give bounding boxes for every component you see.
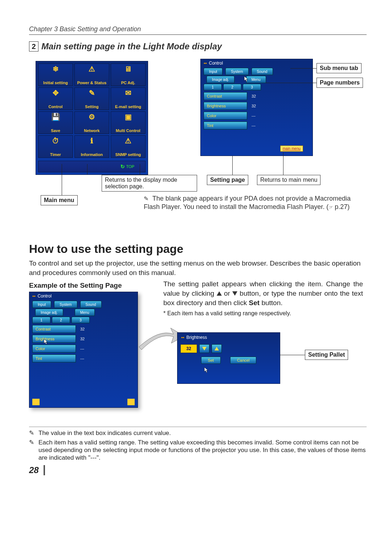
info-icon: ℹ	[90, 137, 93, 144]
set-button[interactable]: Set	[201, 357, 221, 364]
control-title: ▪▪Control	[29, 292, 138, 300]
row-tint[interactable]: Tint---	[32, 354, 135, 363]
cancel-button[interactable]: Cancel	[230, 357, 256, 364]
warning-icon: ⚠	[89, 65, 95, 73]
connector-line	[232, 156, 233, 175]
mini-icon-left[interactable]	[32, 399, 40, 405]
triangle-up-icon	[217, 291, 222, 296]
connector-line	[283, 152, 283, 175]
tab-image-adj[interactable]: Image adj.	[207, 76, 234, 83]
menu-control[interactable]: ✥Control	[38, 87, 73, 110]
menu-email[interactable]: ✉E-mail setting	[111, 87, 146, 110]
save-icon: 💾	[51, 113, 60, 120]
page-3[interactable]: 3	[243, 84, 261, 90]
pallet-title-text: Brightness	[187, 335, 207, 340]
section-number-box: 2	[29, 41, 38, 52]
mail-icon: ✉	[125, 89, 131, 97]
tab-system[interactable]: System	[54, 301, 77, 308]
increment-button[interactable]	[212, 344, 222, 353]
tab-input[interactable]: Input	[32, 301, 51, 308]
page-3[interactable]: 3	[72, 317, 90, 323]
row-color[interactable]: Color---	[32, 344, 135, 353]
annot-returns-main: Returns to main menu	[257, 175, 320, 185]
annot-page-numbers: Page numbers	[317, 78, 363, 88]
page-2[interactable]: 2	[52, 317, 70, 323]
tab-menu[interactable]: Menu	[75, 309, 95, 316]
menu-save[interactable]: 💾Save	[38, 111, 73, 134]
row-brightness[interactable]: Brightness32	[204, 102, 310, 110]
setting-pallet-desc: The setting pallet appears when clicking…	[163, 279, 363, 317]
annot-main-menu: Main menu	[41, 195, 78, 205]
pencil-icon: ✎	[89, 89, 95, 97]
page-1[interactable]: 1	[32, 317, 50, 323]
menu-pc-adj[interactable]: 🖥PC Adj.	[111, 63, 146, 86]
section2-title: How to use the setting page	[29, 242, 367, 256]
triangle-down-icon	[202, 347, 207, 350]
menu-timer[interactable]: ⏱Timer	[38, 135, 73, 158]
figure-light-mode: ❄Initial setting ⚠Power & Status 🖥PC Adj…	[29, 57, 367, 221]
main-menu-window: ❄Initial setting ⚠Power & Status 🖥PC Adj…	[36, 61, 148, 175]
warning-icon: ⚠	[125, 137, 131, 144]
page-tabs: 1 2 3	[201, 83, 313, 91]
menu-initial-setting[interactable]: ❄Initial setting	[38, 63, 73, 86]
cursor-icon	[204, 367, 209, 373]
annot-setting-pallet: Setting Pallet	[305, 350, 348, 360]
menu-power-status[interactable]: ⚠Power & Status	[74, 63, 109, 86]
annot-pda-note: The blank page appears if your PDA does …	[144, 194, 362, 212]
section2-para: To control and set up the projector, use…	[29, 259, 367, 277]
tab-input[interactable]: Input	[204, 68, 222, 75]
page-number: 28	[29, 465, 45, 475]
tab-sound[interactable]: Sound	[80, 301, 102, 308]
snowflake-icon: ❄	[53, 65, 59, 73]
mini-icon-right[interactable]	[127, 399, 135, 405]
control-window-example: ▪▪Control Input System Sound Image adj. …	[29, 292, 138, 408]
cursor-icon	[43, 338, 48, 345]
tab-sound[interactable]: Sound	[252, 68, 273, 75]
annot-returns-top: Returns to the display mode selection pa…	[102, 175, 197, 192]
menu-network[interactable]: ⚙Network	[74, 111, 109, 134]
setting-pallet: ▪▪Brightness 32 Set Cancel	[177, 332, 280, 384]
refresh-icon: ↻	[121, 164, 125, 169]
hand-point-icon	[328, 203, 335, 210]
title-dot-icon: ▪▪	[204, 61, 207, 66]
row-color[interactable]: Color---	[204, 111, 310, 120]
connector-line	[62, 164, 62, 195]
figure-setting-page: Example of the Setting Page ▪▪Control In…	[29, 282, 367, 427]
footnotes: ✎The value in the text box indicates cur…	[29, 429, 367, 461]
page-2[interactable]: 2	[223, 84, 241, 90]
connector-line	[265, 83, 317, 83]
page-1[interactable]: 1	[204, 84, 222, 90]
top-link-row[interactable]: ↻ TOP	[38, 161, 146, 172]
tab-menu[interactable]: Menu	[246, 76, 266, 83]
row-tint[interactable]: Tint---	[204, 121, 310, 130]
tab-image-adj[interactable]: Image adj.	[35, 309, 63, 316]
tab-system[interactable]: System	[225, 68, 248, 75]
pallet-value-input[interactable]: 32	[180, 344, 197, 353]
menu-snmp[interactable]: ⚠SNMP setting	[111, 135, 146, 158]
move-icon: ✥	[53, 89, 59, 97]
menu-multi-control[interactable]: ▣Multi Control	[111, 111, 146, 134]
title-dot-icon: ▪▪	[181, 335, 184, 340]
connector-line	[290, 68, 317, 69]
control-title: ▪▪Control	[201, 59, 313, 67]
decrement-button[interactable]	[199, 344, 209, 353]
row-brightness[interactable]: Brightness32	[32, 335, 135, 343]
mainmenu-button[interactable]: main menu	[280, 145, 303, 152]
cursor-icon	[244, 76, 249, 82]
annot-setting-page: Setting page	[207, 175, 248, 185]
control-window: ▪▪Control Input System Sound Image adj. …	[200, 59, 313, 156]
grid-icon: ▣	[125, 113, 132, 120]
annot-submenu-tab: Sub menu tab	[317, 63, 362, 73]
title-dot-icon: ▪▪	[32, 294, 36, 299]
section-title: Main setting page in the Light Mode disp…	[41, 41, 222, 52]
pencil-icon: ✎	[29, 429, 36, 437]
top-link-label: TOP	[126, 164, 134, 169]
menu-information[interactable]: ℹInformation	[74, 135, 109, 158]
connector-line	[280, 355, 305, 355]
setting-range-footnote: * Each item has a valid setting range re…	[163, 309, 363, 317]
menu-setting[interactable]: ✎Setting	[74, 87, 109, 110]
row-contrast[interactable]: Contrast32	[32, 325, 135, 333]
pencil-icon: ✎	[29, 439, 36, 462]
connector-line	[140, 164, 140, 175]
row-contrast[interactable]: Contrast32	[204, 92, 310, 100]
